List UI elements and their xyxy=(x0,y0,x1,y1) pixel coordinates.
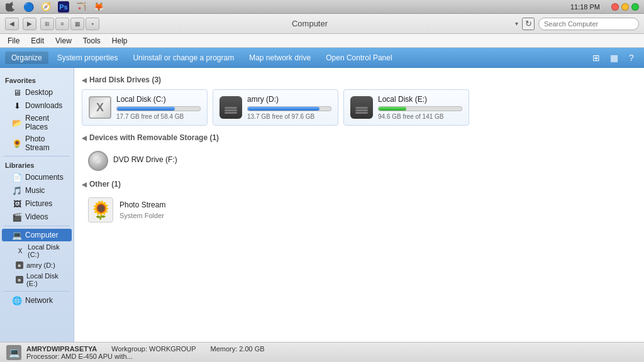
ps-icon[interactable]: Ps xyxy=(58,1,69,13)
system-properties-button[interactable]: System properties xyxy=(51,52,125,64)
hard-disk-header: ◀ Hard Disk Drives (3) xyxy=(82,75,636,84)
recent-icon: 📂 xyxy=(12,118,22,128)
menu-view[interactable]: View xyxy=(50,35,77,47)
dvd-icon xyxy=(88,151,108,171)
layout-toggle-button[interactable]: ⊞ xyxy=(589,50,604,65)
drive-tile-amry-d[interactable]: amry (D:) 13.7 GB free of 97.6 GB xyxy=(213,89,338,126)
removable-header: ◀ Devices with Removable Storage (1) xyxy=(82,133,636,142)
apple-icon[interactable] xyxy=(5,1,16,13)
minimize-button[interactable] xyxy=(621,3,629,11)
sidebar-item-local-e[interactable]: ■ Local Disk (E:) xyxy=(2,271,72,288)
local-c-label: Local Disk (C:) xyxy=(28,243,67,258)
amry-d-name: amry (D:) xyxy=(247,95,331,104)
status-bar: 💻 AMRYDWIPRASETYA Workgroup: WORKGROUP M… xyxy=(0,342,644,362)
videos-icon: 🎬 xyxy=(12,212,22,222)
libraries-header: Libraries xyxy=(0,159,74,170)
sidebar-item-computer[interactable]: 💻 Computer xyxy=(2,229,72,241)
pane-toggle-button[interactable]: ▦ xyxy=(606,50,621,65)
close-button[interactable] xyxy=(611,3,619,11)
status-name: AMRYDWIPRASETYA xyxy=(26,345,97,353)
sidebar-item-downloads[interactable]: ⬇ Downloads xyxy=(2,99,72,112)
uninstall-button[interactable]: Uninstall or change a program xyxy=(126,52,240,64)
photo-stream-sidebar-icon: 🌻 xyxy=(12,138,22,148)
sidebar-divider-3 xyxy=(4,291,70,292)
menu-tools[interactable]: Tools xyxy=(78,35,106,47)
hard-disk-arrow[interactable]: ◀ xyxy=(82,77,87,84)
map-network-button[interactable]: Map network drive xyxy=(243,52,317,64)
photo-stream-icon: 🌻 xyxy=(88,197,113,222)
open-control-panel-button[interactable]: Open Control Panel xyxy=(319,52,398,64)
documents-icon: 📄 xyxy=(12,172,22,182)
refresh-button[interactable]: ↻ xyxy=(522,18,535,30)
location-dropdown[interactable]: ▾ xyxy=(515,20,518,27)
sidebar-divider-1 xyxy=(4,156,70,156)
menu-help[interactable]: Help xyxy=(107,35,133,47)
music-icon: 🎵 xyxy=(12,185,22,195)
sidebar-item-photostream[interactable]: 🌻 Photo Stream xyxy=(2,133,72,153)
menu-bar: File Edit View Tools Help xyxy=(0,34,644,48)
sidebar-item-documents[interactable]: 📄 Documents xyxy=(2,171,72,184)
removable-arrow[interactable]: ◀ xyxy=(82,134,87,141)
photo-stream-sidebar-label: Photo Stream xyxy=(25,134,67,152)
amry-d-label: amry (D:) xyxy=(26,261,55,269)
status-computer-name: AMRYDWIPRASETYA Workgroup: WORKGROUP Mem… xyxy=(26,345,265,353)
sidebar-item-desktop[interactable]: 🖥 Desktop xyxy=(2,86,72,99)
dvd-name: DVD RW Drive (F:) xyxy=(113,155,177,164)
detail-view-button[interactable]: ▦ xyxy=(70,18,84,30)
local-e-label: Local Disk (E:) xyxy=(26,272,67,287)
sidebar-item-network[interactable]: 🌐 Network xyxy=(2,294,72,307)
app-icon-4[interactable]: 🏹 xyxy=(75,1,87,13)
menu-edit[interactable]: Edit xyxy=(26,35,49,47)
forward-button[interactable]: ▶ xyxy=(23,18,36,30)
sidebar-item-local-c[interactable]: X Local Disk (C:) xyxy=(2,242,72,260)
sidebar-item-pictures[interactable]: 🖼 Pictures xyxy=(2,197,72,210)
pictures-icon: 🖼 xyxy=(12,199,22,209)
main-layout: Favorites 🖥 Desktop ⬇ Downloads 📂 Recent… xyxy=(0,68,644,342)
sidebar-item-videos[interactable]: 🎬 Videos xyxy=(2,211,72,223)
local-e-bar-fill xyxy=(379,107,406,111)
photo-stream-tile[interactable]: 🌻 Photo Stream System Folder xyxy=(82,194,220,226)
drive-tile-local-e[interactable]: Local Disk (E:) 94.6 GB free of 141 GB xyxy=(343,89,469,126)
firefox-icon[interactable]: 🦊 xyxy=(93,1,104,13)
drive-tile-local-c[interactable]: X Local Disk (C:) 17.7 GB free of 58.4 G… xyxy=(82,89,208,126)
safari-icon[interactable]: 🧭 xyxy=(40,1,52,13)
local-c-icon: X xyxy=(16,246,25,255)
window-controls xyxy=(611,3,639,11)
dvd-drive-tile[interactable]: DVD RW Drive (F:) xyxy=(82,147,220,175)
finder-icon[interactable]: 🔵 xyxy=(23,1,34,13)
organize-button[interactable]: Organize xyxy=(5,52,48,64)
maximize-button[interactable] xyxy=(631,3,639,11)
search-input[interactable] xyxy=(538,18,639,30)
photo-stream-info: Photo Stream System Folder xyxy=(119,200,165,219)
help-button-toolbar[interactable]: ? xyxy=(624,50,639,65)
amry-d-info: amry (D:) 13.7 GB free of 97.6 GB xyxy=(247,95,331,120)
content-area: ◀ Hard Disk Drives (3) X Local Disk (C:)… xyxy=(74,68,644,342)
amry-d-drive-icon xyxy=(219,96,242,119)
local-e-drive-icon xyxy=(350,96,373,119)
status-workgroup: Workgroup: WORKGROUP xyxy=(111,345,196,353)
removable-title: Devices with Removable Storage (1) xyxy=(89,133,219,142)
list-view-button[interactable]: ≡ xyxy=(55,18,69,30)
documents-label: Documents xyxy=(25,173,64,182)
other-header: ◀ Other (1) xyxy=(82,180,636,189)
sidebar-item-amry-d[interactable]: ■ amry (D:) xyxy=(2,260,72,270)
back-button[interactable]: ◀ xyxy=(5,18,19,30)
favorites-header: Favorites xyxy=(0,74,74,85)
desktop-label: Desktop xyxy=(25,88,53,97)
other-arrow[interactable]: ◀ xyxy=(82,181,87,188)
local-c-bar-bg xyxy=(116,106,201,111)
downloads-icon: ⬇ xyxy=(12,101,22,111)
sidebar-divider-2 xyxy=(4,226,70,226)
sidebar-item-recent[interactable]: 📂 Recent Places xyxy=(2,112,72,133)
preview-view-button[interactable]: ▪ xyxy=(86,18,99,30)
computer-label: Computer xyxy=(25,231,58,239)
local-e-info: Local Disk (E:) 94.6 GB free of 141 GB xyxy=(378,95,462,120)
icon-view-button[interactable]: ⊞ xyxy=(40,18,54,30)
desktop-icon: 🖥 xyxy=(12,87,22,97)
status-processor: Processor: AMD E-450 APU with... xyxy=(26,353,265,360)
sidebar-item-music[interactable]: 🎵 Music xyxy=(2,184,72,197)
menu-file[interactable]: File xyxy=(3,35,25,47)
local-c-info: Local Disk (C:) 17.7 GB free of 58.4 GB xyxy=(116,95,201,120)
mac-top-bar: 🔵 🧭 Ps 🏹 🦊 11:18 PM xyxy=(0,0,644,14)
local-c-drive-icon: X xyxy=(89,96,111,119)
